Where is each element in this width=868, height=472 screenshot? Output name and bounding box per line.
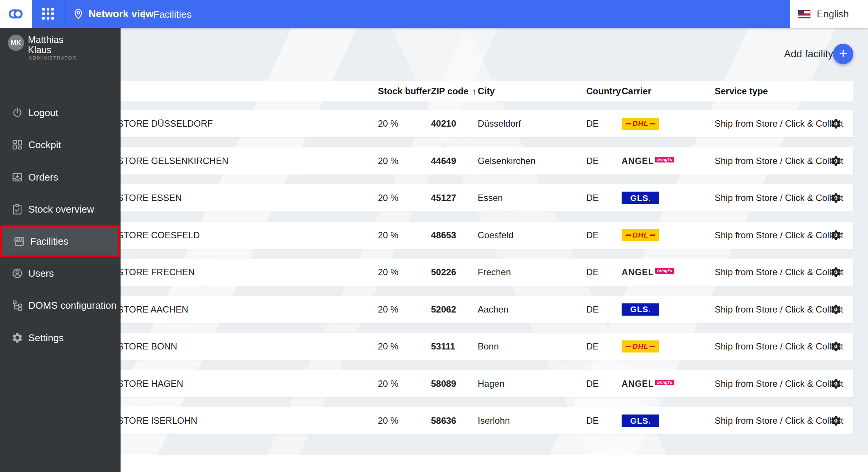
header-stock-buffer[interactable]: Stock buffer (378, 86, 431, 97)
zip-value: 48653 (431, 230, 456, 241)
service-type-value: Ship from Store / Click & Collect (715, 267, 843, 277)
city-value: Hagen (478, 379, 504, 389)
row-settings-button[interactable] (830, 415, 842, 427)
angel-label: ANGEL (622, 157, 654, 165)
carrier-logo-angel: ANGELbringt's (622, 157, 674, 165)
facility-name: STORE AACHEN (118, 304, 188, 315)
table-row[interactable]: STORE BONN 20 % 53111 Bonn DE DHL Ship f… (107, 333, 853, 360)
language-selector[interactable]: English (790, 0, 868, 28)
carrier-logo-angel: ANGELbringt's (622, 268, 674, 276)
table-row[interactable]: STORE GELSENKIRCHEN 20 % 44649 Gelsenkir… (107, 147, 853, 175)
angel-badge: bringt's (655, 268, 675, 274)
zip-value: 40210 (431, 118, 456, 129)
sidebar-item-facilities[interactable]: Facilities (0, 225, 120, 257)
service-type-value: Ship from Store / Click & Collect (715, 304, 843, 315)
sort-ascending-icon: ↑ (472, 87, 477, 96)
sidebar-item-orders[interactable]: Orders (0, 161, 121, 193)
language-label: English (817, 8, 849, 20)
sidebar-drawer: MK Matthias Klaus ADMINISTRATOR Logout C… (0, 28, 121, 472)
table-row[interactable]: STORE COESFELD 20 % 48653 Coesfeld DE DH… (107, 222, 853, 249)
dhl-dash (649, 346, 656, 347)
row-settings-button[interactable] (830, 340, 842, 352)
city-value: Düsseldorf (478, 118, 521, 129)
breadcrumb-current-page: Facilities (153, 9, 191, 20)
header-zip-code[interactable]: ZIP code↑ (431, 86, 477, 97)
header-country[interactable]: Country (586, 86, 621, 97)
sidebar-item-label: DOMS configuration (28, 299, 116, 311)
city-value: Essen (478, 193, 503, 203)
row-settings-button[interactable] (830, 192, 842, 204)
dhl-dash (625, 123, 631, 124)
service-type-value: Ship from Store / Click & Collect (715, 156, 843, 166)
city-value: Frechen (478, 267, 511, 277)
stock-buffer-value: 20 % (378, 118, 399, 129)
row-settings-button[interactable] (830, 118, 842, 130)
storefront-icon (13, 235, 25, 247)
city-value: Coesfeld (478, 230, 513, 241)
us-flag-icon (798, 10, 811, 18)
table-row[interactable]: STORE DÜSSELDORF 20 % 40210 Düsseldorf D… (107, 110, 853, 137)
power-icon (11, 107, 23, 119)
add-facility-label[interactable]: Add facility (784, 48, 833, 60)
sidebar-item-doms-configuration[interactable]: DOMS configuration (0, 289, 121, 321)
dhl-dash (625, 346, 631, 347)
country-value: DE (586, 156, 599, 166)
table-row[interactable]: STORE ISERLOHN 20 % 58636 Iserlohn DE GL… (107, 407, 853, 434)
facility-name: STORE ISERLOHN (118, 415, 197, 426)
facility-name: STORE GELSENKIRCHEN (118, 156, 228, 166)
carrier-logo-gls: GLS. (622, 192, 659, 204)
stock-buffer-value: 20 % (378, 193, 399, 203)
facility-name: STORE DÜSSELDORF (118, 118, 213, 129)
row-settings-button[interactable] (830, 378, 842, 390)
row-settings-button[interactable] (830, 266, 842, 278)
country-value: DE (586, 118, 599, 129)
header-city[interactable]: City (478, 86, 495, 97)
country-value: DE (586, 193, 599, 203)
navbar-divider (65, 0, 65, 28)
facility-name: STORE ESSEN (118, 193, 182, 203)
carrier-logo-dhl: DHL (622, 118, 659, 130)
row-settings-button[interactable] (830, 303, 842, 316)
angel-label: ANGEL (622, 268, 654, 276)
country-value: DE (586, 341, 599, 352)
top-navbar: Network view | Facilities English (0, 0, 868, 28)
stock-buffer-value: 20 % (378, 156, 399, 166)
sidebar-item-label: Orders (28, 171, 58, 183)
sidebar-item-settings[interactable]: Settings (0, 322, 121, 354)
app-window: Stock buffer ZIP code↑ City Country Carr… (0, 0, 868, 472)
row-settings-button[interactable] (830, 155, 842, 167)
app-logo[interactable] (0, 0, 32, 28)
sidebar-item-logout[interactable]: Logout (0, 97, 121, 129)
header-service-type[interactable]: Service type (715, 86, 768, 97)
zip-value: 52062 (431, 304, 456, 315)
table-row[interactable]: STORE AACHEN 20 % 52062 Aachen DE GLS. S… (107, 296, 853, 323)
gls-dot: . (648, 416, 651, 426)
dhl-dash (649, 234, 656, 236)
table-row[interactable]: STORE HAGEN 20 % 58089 Hagen DE ANGELbri… (107, 370, 853, 397)
table-row[interactable]: STORE ESSEN 20 % 45127 Essen DE GLS. Shi… (107, 184, 853, 211)
stock-buffer-value: 20 % (378, 304, 399, 315)
sidebar-item-cockpit[interactable]: Cockpit (0, 129, 121, 161)
dashboard-icon (11, 139, 23, 151)
table-row[interactable]: STORE FRECHEN 20 % 50226 Frechen DE ANGE… (107, 259, 853, 286)
sidebar-item-stock-overview[interactable]: Stock overview (0, 193, 121, 225)
dhl-dash (625, 234, 631, 236)
stock-buffer-value: 20 % (378, 341, 399, 352)
user-role: ADMINISTRATOR (29, 55, 76, 61)
plus-icon: + (839, 46, 847, 61)
sidebar-item-users[interactable]: Users (0, 257, 121, 289)
sidebar-item-label: Users (28, 267, 54, 279)
carrier-logo-dhl: DHL (622, 340, 659, 352)
row-settings-button[interactable] (830, 229, 842, 241)
gls-label: GLS (630, 416, 648, 426)
add-facility-button[interactable]: + (833, 44, 853, 64)
gls-dot: . (648, 305, 651, 314)
angel-badge: bringt's (655, 380, 675, 385)
country-value: DE (586, 267, 599, 277)
app-switcher-icon[interactable] (42, 8, 55, 20)
header-carrier[interactable]: Carrier (622, 86, 651, 97)
dhl-dash (649, 123, 656, 124)
header-zip-label: ZIP code (431, 86, 469, 96)
facility-name: STORE BONN (118, 341, 177, 352)
service-type-value: Ship from Store / Click & Collect (715, 341, 843, 352)
